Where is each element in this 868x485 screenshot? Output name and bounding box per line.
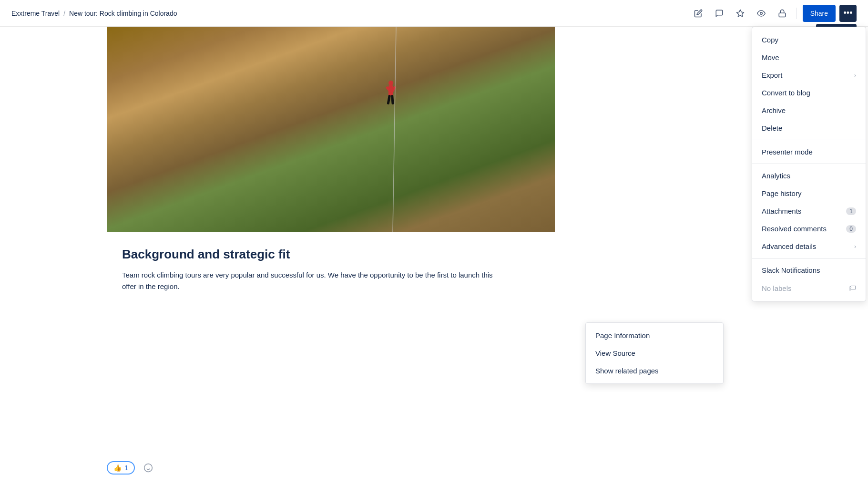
menu-item-view-source[interactable]: View Source (586, 344, 723, 362)
secondary-dropdown: Page Information View Source Show relate… (585, 322, 724, 384)
svg-rect-2 (779, 13, 786, 17)
hero-image (107, 27, 555, 232)
menu-item-export[interactable]: Export › (752, 66, 866, 84)
svg-point-10 (144, 464, 152, 472)
page-content: Background and strategic fit Team rock c… (0, 27, 868, 485)
attachments-badge: 1 (846, 207, 856, 215)
svg-line-9 (393, 27, 396, 232)
more-actions-icon: ••• (844, 8, 853, 18)
export-chevron-icon: › (854, 72, 856, 79)
reaction-emoji: 👍 (113, 464, 122, 472)
menu-item-advanced-details[interactable]: Advanced details › (752, 237, 866, 255)
breadcrumb-parent[interactable]: Exxtreme Travel (11, 10, 60, 17)
share-button[interactable]: Share (803, 5, 836, 22)
svg-marker-0 (736, 10, 744, 16)
menu-item-delete[interactable]: Delete (752, 119, 866, 137)
header-divider (797, 8, 797, 19)
menu-item-slack-notifications[interactable]: Slack Notifications (752, 261, 866, 279)
menu-item-analytics[interactable]: Analytics (752, 167, 866, 185)
menu-item-attachments[interactable]: Attachments 1 (752, 202, 866, 220)
header: Exxtreme Travel / New tour: Rock climbin… (0, 0, 868, 27)
dropdown-separator-3 (752, 258, 866, 258)
dropdown-separator-2 (752, 164, 866, 164)
main-dropdown: Copy Move Export › Convert to blog Archi… (752, 27, 866, 301)
section-text: Team rock climbing tours are very popula… (107, 269, 498, 292)
reaction-count: 1 (124, 464, 128, 472)
menu-item-move[interactable]: Move (752, 49, 866, 66)
menu-item-copy[interactable]: Copy (752, 31, 866, 49)
add-emoji-button[interactable] (141, 460, 156, 475)
menu-item-archive[interactable]: Archive (752, 102, 866, 119)
edit-button[interactable] (690, 5, 707, 22)
star-button[interactable] (732, 5, 749, 22)
header-actions: Share ••• More actions (690, 5, 857, 22)
comment-button[interactable] (711, 5, 728, 22)
reaction-button[interactable]: 👍 1 (107, 461, 135, 475)
menu-item-page-history[interactable]: Page history (752, 185, 866, 202)
resolved-comments-badge: 0 (846, 225, 856, 233)
more-actions-button[interactable]: ••• (839, 5, 857, 22)
dropdown-separator-1 (752, 140, 866, 140)
restrict-button[interactable] (774, 5, 791, 22)
menu-item-no-labels[interactable]: No labels 🏷 (752, 279, 866, 297)
menu-item-show-related-pages[interactable]: Show related pages (586, 362, 723, 380)
rope-lines (107, 27, 555, 232)
menu-item-presenter-mode[interactable]: Presenter mode (752, 143, 866, 161)
menu-item-convert-to-blog[interactable]: Convert to blog (752, 84, 866, 102)
bottom-bar: 👍 1 (107, 460, 156, 475)
label-tag-icon: 🏷 (848, 284, 856, 292)
breadcrumb: Exxtreme Travel / New tour: Rock climbin… (11, 10, 177, 17)
breadcrumb-separator: / (63, 10, 65, 17)
menu-item-resolved-comments[interactable]: Resolved comments 0 (752, 220, 866, 237)
advanced-details-chevron-icon: › (854, 243, 856, 250)
menu-item-page-information[interactable]: Page Information (586, 327, 723, 344)
breadcrumb-current: New tour: Rock climbing in Colorado (69, 10, 177, 17)
svg-point-1 (760, 12, 762, 14)
watch-button[interactable] (753, 5, 770, 22)
